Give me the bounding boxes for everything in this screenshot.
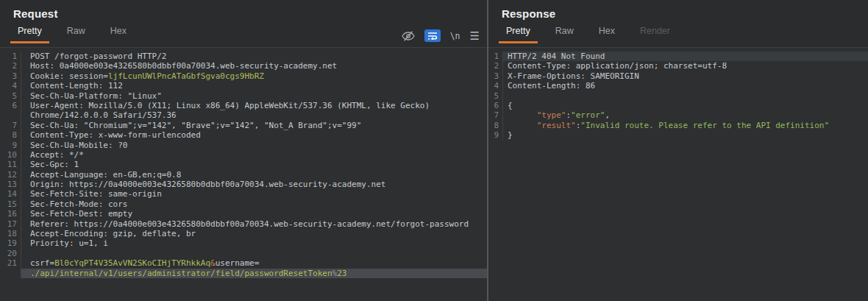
request-line: 5Sec-Ch-Ua-Platform: "Linux" — [0, 91, 487, 101]
line-content — [21, 249, 487, 258]
hide-minor-headers-icon[interactable] — [402, 31, 415, 41]
response-panel-title: Response — [488, 0, 868, 20]
response-line: 5 — [488, 91, 868, 101]
line-number: 21 — [0, 258, 21, 268]
request-line: 13Origin: https://0a4000e003e4326580b0db… — [0, 180, 487, 189]
line-number: 9 — [0, 141, 21, 150]
request-line: 8Content-Type: x-www-form-urlencoded — [0, 130, 487, 140]
line-content: csrf=Bl0cYqPT4V35AvVN2SKoCIHjTYRhkkAq&us… — [21, 258, 487, 268]
line-number: 7 — [0, 121, 21, 130]
line-number: 4 — [0, 81, 21, 91]
line-content: Cookie: session=ljfLcunUWlPncATaGbfSgva0… — [21, 71, 487, 81]
request-line: 2Host: 0a4000e003e4326580b0dbbf00a70034.… — [0, 61, 487, 71]
request-line: 11Sec-Gpc: 1 — [0, 160, 487, 169]
response-line: 8 "result":"Invalid route. Please refer … — [488, 121, 868, 130]
request-line: 6User-Agent: Mozilla/5.0 (X11; Linux x86… — [0, 101, 487, 110]
line-content: Referer: https://0a4000e003e4326580b0dbb… — [21, 219, 487, 229]
response-line: 1HTTP/2 404 Not Found — [488, 52, 868, 61]
request-panel-header: Request PrettyRawHex — [0, 0, 487, 48]
request-line: 21csrf=Bl0cYqPT4V35AvVN2SKoCIHjTYRhkkAq&… — [0, 258, 487, 268]
response-line: 2Content-Type: application/json; charset… — [488, 61, 868, 71]
request-line: 9Sec-Ch-Ua-Mobile: ?0 — [0, 141, 487, 150]
request-line: 14Sec-Fetch-Site: same-origin — [0, 189, 487, 199]
response-line: 7 "type":"error", — [488, 110, 868, 120]
request-line: 7Sec-Ch-Ua: "Chromium";v="142", "Brave";… — [0, 121, 487, 130]
request-line: 18Accept-Encoding: gzip, deflate, br — [0, 229, 487, 238]
line-content: Priority: u=1, i — [21, 238, 487, 248]
editor-menu-icon[interactable]: ☰ — [470, 30, 480, 41]
line-content: X-Frame-Options: SAMEORIGIN — [502, 71, 868, 81]
tab-raw[interactable]: Raw — [60, 20, 93, 43]
line-content: Sec-Ch-Ua: "Chromium";v="142", "Brave";v… — [21, 121, 487, 130]
line-content: Content-Type: x-www-form-urlencoded — [21, 130, 487, 140]
response-editor[interactable]: 1HTTP/2 404 Not Found2Content-Type: appl… — [488, 48, 868, 301]
request-line: 10Accept: */* — [0, 150, 487, 160]
line-number: 6 — [0, 101, 21, 110]
line-number: 19 — [0, 238, 21, 248]
line-content: Sec-Gpc: 1 — [21, 160, 487, 169]
response-line: 4Content-Length: 86 — [488, 81, 868, 91]
line-number: 13 — [0, 180, 21, 189]
line-content: Host: 0a4000e003e4326580b0dbbf00a70034.w… — [21, 61, 487, 71]
response-line: 9} — [488, 130, 868, 140]
request-line: Chrome/142.0.0.0 Safari/537.36 — [0, 110, 487, 120]
request-line: 17Referer: https://0a4000e003e4326580b0d… — [0, 219, 487, 229]
tab-render: Render — [633, 20, 677, 43]
line-number: 3 — [488, 71, 502, 81]
response-line: 3X-Frame-Options: SAMEORIGIN — [488, 71, 868, 81]
line-content: "result":"Invalid route. Please refer to… — [502, 121, 868, 130]
line-content: Content-Length: 112 — [21, 81, 487, 91]
line-number: 1 — [0, 52, 21, 61]
tab-pretty[interactable]: Pretty — [10, 20, 49, 43]
http-message-viewer: Request PrettyRawHex — [0, 0, 868, 301]
line-content: User-Agent: Mozilla/5.0 (X11; Linux x86_… — [21, 101, 487, 110]
request-line: ./api/internal/v1/users/administrator/fi… — [0, 269, 487, 278]
line-content: Accept-Language: en-GB,en;q=0.8 — [21, 170, 487, 180]
request-line: 15Sec-Fetch-Mode: cors — [0, 199, 487, 209]
line-number: 20 — [0, 249, 21, 258]
request-line: 12Accept-Language: en-GB,en;q=0.8 — [0, 170, 487, 180]
line-number: 5 — [0, 91, 21, 101]
line-number — [0, 110, 21, 120]
line-content: Chrome/142.0.0.0 Safari/537.36 — [21, 110, 487, 120]
line-number: 16 — [0, 209, 21, 219]
response-line: 6{ — [488, 101, 868, 110]
line-content: "type":"error", — [502, 110, 868, 120]
line-content: { — [502, 101, 868, 110]
line-number: 5 — [488, 91, 502, 101]
tab-hex[interactable]: Hex — [103, 20, 134, 43]
line-number: 1 — [488, 52, 502, 61]
line-number: 11 — [0, 160, 21, 169]
line-number: 7 — [488, 110, 502, 120]
line-content: Sec-Fetch-Site: same-origin — [21, 189, 487, 199]
line-content: Accept-Encoding: gzip, deflate, br — [21, 229, 487, 238]
line-content: Sec-Ch-Ua-Platform: "Linux" — [21, 91, 487, 101]
tab-hex[interactable]: Hex — [591, 20, 622, 43]
request-editor[interactable]: 1POST /forgot-password HTTP/22Host: 0a40… — [0, 48, 487, 301]
line-number — [0, 269, 21, 278]
line-content: Accept: */* — [21, 150, 487, 160]
request-line: 4Content-Length: 112 — [0, 81, 487, 91]
soft-wrap-toggle-icon[interactable] — [424, 29, 441, 42]
tab-pretty[interactable]: Pretty — [499, 20, 538, 43]
line-number: 9 — [488, 130, 502, 140]
line-number: 3 — [0, 71, 21, 81]
line-number: 15 — [0, 199, 21, 209]
response-panel: Response PrettyRawHexRender 1HTTP/2 404 … — [488, 0, 868, 301]
request-panel: Request PrettyRawHex — [0, 0, 487, 301]
request-line: 1POST /forgot-password HTTP/2 — [0, 52, 487, 61]
line-number: 8 — [488, 121, 502, 130]
line-number: 2 — [488, 61, 502, 71]
response-panel-header: Response PrettyRawHexRender — [488, 0, 868, 48]
line-content: ./api/internal/v1/users/administrator/fi… — [21, 269, 487, 278]
request-line: 19Priority: u=1, i — [0, 238, 487, 248]
line-number: 17 — [0, 219, 21, 229]
tab-raw[interactable]: Raw — [548, 20, 581, 43]
line-content: Origin: https://0a4000e003e4326580b0dbbf… — [21, 180, 487, 189]
line-number: 14 — [0, 189, 21, 199]
line-content: POST /forgot-password HTTP/2 — [21, 52, 487, 61]
line-content: Sec-Ch-Ua-Mobile: ?0 — [21, 141, 487, 150]
show-newlines-icon[interactable]: \n — [450, 31, 460, 41]
response-tabbar: PrettyRawHexRender — [488, 20, 868, 43]
line-number: 4 — [488, 81, 502, 91]
